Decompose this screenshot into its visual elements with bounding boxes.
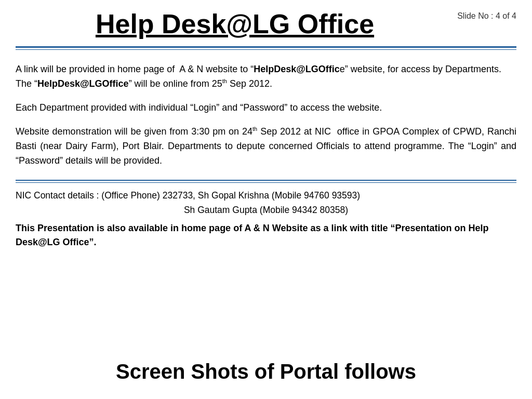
paragraph-2: Each Department provided with individual… xyxy=(16,101,516,115)
slide-number: Slide No : 4 of 4 xyxy=(457,11,516,21)
top-divider-thin xyxy=(16,49,516,50)
top-divider xyxy=(16,46,516,48)
slide-title: Help Desk@LG Office xyxy=(16,9,454,41)
contact-line-1: NIC Contact details : (Office Phone) 232… xyxy=(16,188,516,203)
contact-line-2: Sh Gautam Gupta (Mobile 94342 80358) xyxy=(16,203,516,217)
presentation-note: This Presentation is also available in h… xyxy=(16,221,516,249)
header-area: Slide No : 4 of 4 Help Desk@LG Office xyxy=(0,0,532,50)
footer-section: Screen Shots of Portal follows xyxy=(16,347,516,394)
screen-shots-text: Screen Shots of Portal follows xyxy=(16,352,516,389)
paragraph-3: Website demonstration will be given from… xyxy=(16,125,516,168)
content-area: A link will be provided in home page of … xyxy=(0,50,532,399)
paragraph-1: A link will be provided in home page of … xyxy=(16,62,516,91)
bottom-divider-thin xyxy=(16,182,516,183)
slide-container: Slide No : 4 of 4 Help Desk@LG Office A … xyxy=(0,0,532,399)
contact-section: NIC Contact details : (Office Phone) 232… xyxy=(16,188,516,217)
bottom-divider xyxy=(16,180,516,181)
main-content: A link will be provided in home page of … xyxy=(16,62,516,249)
